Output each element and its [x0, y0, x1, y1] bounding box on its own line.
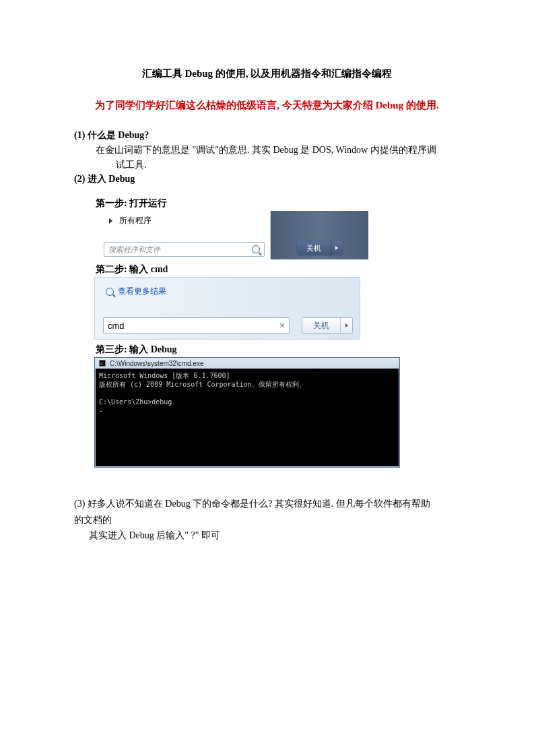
section3-line2: 的文档的	[74, 513, 460, 527]
window-title: C:\Windows\system32\cmd.exe	[110, 360, 204, 367]
shutdown-label: 关机	[297, 241, 331, 255]
step2-label: 第二步: 输入 cmd	[74, 263, 460, 276]
shutdown-dropdown[interactable]	[340, 318, 352, 333]
search-value: cmd	[108, 321, 279, 331]
search-icon	[106, 288, 114, 296]
window-titlebar: c: C:\Windows\system32\cmd.exe	[95, 358, 399, 369]
screenshot-start-menu: 所有程序 搜索程序和文件 关机	[96, 211, 368, 259]
section1-body-line2: 试工具.	[74, 159, 460, 171]
screenshot-cmd-search: 查看更多结果 cmd × 关机	[94, 277, 360, 340]
section1-heading: (1) 什么是 Debug?	[74, 129, 460, 141]
arrow-right-icon	[109, 218, 112, 224]
section1-body-line1: 在金山词霸下的意思是 "调试"的意思. 其实 Debug 是 DOS, Wind…	[74, 144, 460, 157]
section3-line3: 其实进入 Debug 后输入" ?" 即可	[74, 529, 460, 542]
section2-heading: (2) 进入 Debug	[74, 173, 460, 185]
chevron-right-icon	[345, 323, 348, 327]
shutdown-button[interactable]: 关机	[302, 317, 353, 334]
shutdown-dropdown[interactable]	[331, 241, 343, 255]
search-icon	[252, 245, 260, 253]
chevron-right-icon	[335, 246, 338, 250]
more-results-label: 查看更多结果	[118, 286, 166, 297]
search-placeholder: 搜索程序和文件	[108, 245, 252, 255]
search-input[interactable]: cmd ×	[103, 317, 290, 334]
more-results-link[interactable]: 查看更多结果	[103, 283, 353, 297]
search-input[interactable]: 搜索程序和文件	[104, 242, 265, 257]
start-menu-right: 关机	[271, 211, 368, 259]
screenshot-cmd-window: c: C:\Windows\system32\cmd.exe Microsoft…	[94, 357, 400, 468]
shutdown-label: 关机	[302, 318, 340, 333]
shutdown-button[interactable]: 关机	[297, 241, 343, 255]
start-menu-panel: 所有程序 搜索程序和文件	[96, 211, 271, 259]
doc-intro: 为了同学们学好汇编这么枯燥的低级语言, 今天特意为大家介绍 Debug 的使用.	[74, 99, 460, 112]
step3-label: 第三步: 输入 Debug	[74, 344, 460, 356]
doc-title: 汇编工具 Debug 的使用, 以及用机器指令和汇编指令编程	[74, 67, 460, 80]
all-programs-row[interactable]: 所有程序	[104, 214, 265, 230]
cmd-icon: c:	[99, 360, 106, 367]
console-output: Microsoft Windows [版本 6.1.7600] 版权所有 (c)…	[95, 369, 399, 467]
clear-icon[interactable]: ×	[279, 320, 285, 331]
all-programs-label: 所有程序	[119, 215, 152, 226]
step1-label: 第一步: 打开运行	[74, 197, 460, 210]
section3-line1: (3) 好多人说不知道在 Debug 下的命令都是什么? 其实很好知道. 但凡每…	[74, 497, 460, 511]
